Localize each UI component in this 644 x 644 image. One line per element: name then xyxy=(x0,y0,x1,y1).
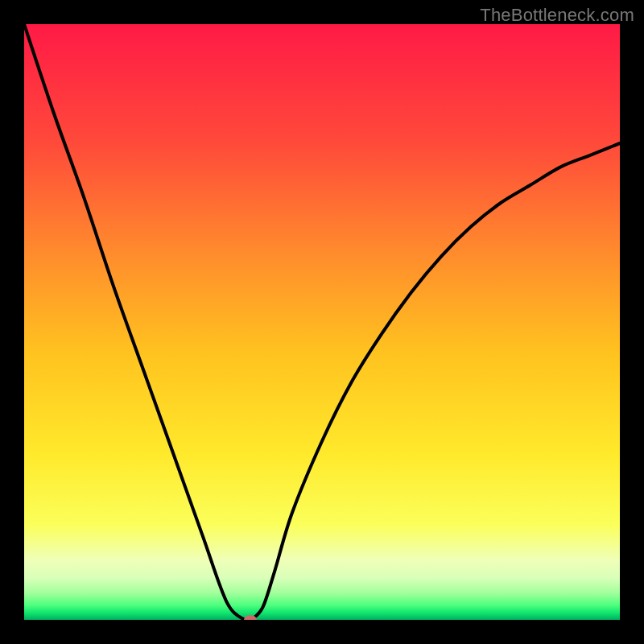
optimum-marker-icon xyxy=(244,615,257,620)
bottleneck-curve xyxy=(24,24,620,620)
chart-frame: TheBottleneck.com xyxy=(0,0,644,644)
plot-area xyxy=(24,24,620,620)
watermark-text: TheBottleneck.com xyxy=(480,5,634,26)
